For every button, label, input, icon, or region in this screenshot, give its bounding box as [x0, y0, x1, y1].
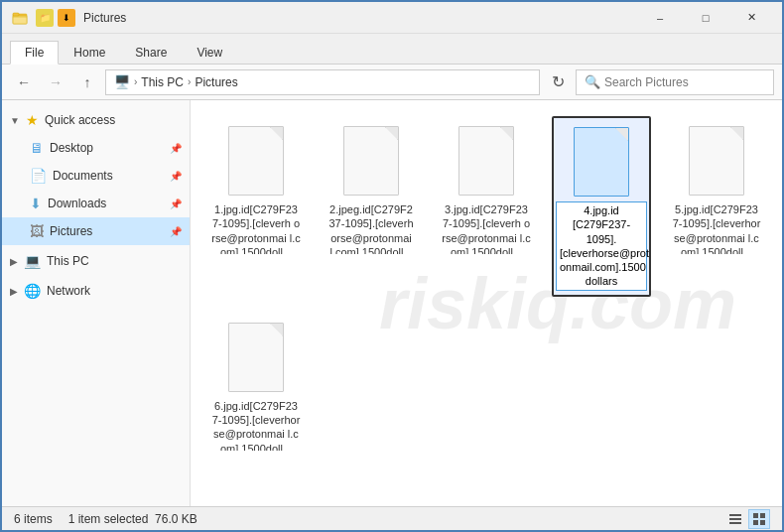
file-label-4-rename: 4.jpg.id [C279F237-1095].[cleverhorse@pr…	[556, 201, 647, 291]
file-label-5: 5.jpg.id[C279F23 7-1095].[cleverhorse@pr…	[672, 202, 761, 254]
chevron-thispc-icon: ▶	[10, 256, 18, 267]
tab-share[interactable]: Share	[120, 41, 182, 64]
file-item-6[interactable]: 6.jpg.id[C279F23 7-1095].[cleverhorse@pr…	[206, 313, 306, 456]
file-item-4[interactable]: 4.jpg.id [C279F237-1095].[cleverhorse@pr…	[552, 116, 651, 297]
file-label-3: 3.jpg.id[C279F23 7-1095].[cleverh orse@p…	[442, 202, 531, 254]
file-icon-1	[222, 121, 290, 200]
sidebar-section-network: ▶ 🌐 Network	[2, 277, 190, 305]
window-icon	[10, 8, 30, 28]
tab-file[interactable]: File	[10, 41, 59, 65]
main-area: ▼ ★ Quick access 🖥 Desktop 📌 📄 Documents…	[2, 100, 782, 506]
network-icon: 🌐	[24, 283, 41, 299]
file-item-1[interactable]: 1.jpg.id[C279F23 7-1095].[cleverh orse@p…	[206, 116, 306, 297]
sidebar-item-desktop[interactable]: 🖥 Desktop 📌	[2, 134, 190, 162]
view-controls	[724, 509, 770, 529]
file-label-1: 1.jpg.id[C279F23 7-1095].[cleverh orse@p…	[211, 202, 301, 254]
quick-access-toolbar: 📁 ⬇	[36, 9, 75, 27]
grid-view-button[interactable]	[748, 509, 770, 529]
sidebar-item-documents[interactable]: 📄 Documents 📌	[2, 162, 190, 190]
file-icon-3	[453, 121, 520, 200]
tab-home[interactable]: Home	[59, 41, 120, 64]
status-item-count: 6 items	[14, 512, 53, 526]
ribbon: File Home Share View	[2, 34, 782, 65]
file-item-3[interactable]: 3.jpg.id[C279F23 7-1095].[cleverh orse@p…	[437, 116, 536, 297]
qa-btn-1[interactable]: 📁	[36, 9, 54, 27]
sidebar-network-label: Network	[47, 284, 90, 298]
file-icon-5	[683, 121, 750, 200]
search-input[interactable]	[604, 75, 765, 89]
svg-rect-7	[760, 513, 765, 518]
file-explorer-window: 📁 ⬇ Pictures – □ ✕ File Home Share View …	[0, 0, 784, 532]
sidebar-item-downloads[interactable]: ⬇ Downloads 📌	[2, 190, 190, 217]
sidebar-item-documents-label: Documents	[53, 169, 113, 183]
pin-icon-down: 📌	[170, 199, 182, 209]
sidebar-header-quick-access[interactable]: ▼ ★ Quick access	[2, 106, 190, 134]
sidebar-item-downloads-label: Downloads	[48, 197, 106, 210]
file-area: riskiq.com 1.jpg.id[C279F23 7-1095].[cle…	[191, 100, 782, 506]
path-pictures[interactable]: Pictures	[195, 75, 237, 89]
chevron-network-icon: ▶	[10, 286, 18, 297]
tab-view[interactable]: View	[182, 41, 237, 64]
thispc-icon: 💻	[24, 253, 41, 269]
file-grid: 1.jpg.id[C279F23 7-1095].[cleverh orse@p…	[206, 116, 766, 456]
pin-icon: 📌	[170, 143, 182, 154]
status-selected: 1 item selected 76.0 KB	[68, 512, 197, 526]
chevron-icon: ▼	[10, 115, 20, 126]
sidebar-item-desktop-label: Desktop	[50, 141, 93, 155]
search-box: 🔍	[576, 69, 774, 95]
file-item-2[interactable]: 2.jpeg.id[C279F2 37-1095].[cleverh orse@…	[322, 116, 421, 297]
sidebar-item-pictures[interactable]: 🖼 Pictures 📌	[2, 217, 190, 245]
sidebar-thispc-label: This PC	[47, 254, 89, 268]
sidebar-item-pictures-label: Pictures	[50, 224, 92, 238]
maximize-button[interactable]: □	[683, 2, 728, 34]
sidebar-header-network[interactable]: ▶ 🌐 Network	[2, 277, 190, 305]
minimize-button[interactable]: –	[637, 2, 683, 34]
file-label-6: 6.jpg.id[C279F23 7-1095].[cleverhorse@pr…	[211, 399, 301, 451]
path-folder-icon: 🖥️	[114, 74, 130, 89]
file-icon-2	[337, 121, 405, 200]
title-bar: 📁 ⬇ Pictures – □ ✕	[2, 2, 782, 34]
window-controls: – □ ✕	[637, 2, 774, 34]
desktop-icon: 🖥	[30, 140, 44, 156]
qa-btn-2[interactable]: ⬇	[58, 9, 75, 27]
file-icon-6	[222, 318, 290, 397]
address-bar: ← → ↑ 🖥️ › This PC › Pictures ↻ 🔍	[2, 65, 782, 100]
close-button[interactable]: ✕	[728, 2, 774, 34]
documents-icon: 📄	[30, 168, 47, 184]
svg-rect-8	[753, 520, 758, 525]
refresh-button[interactable]: ↻	[544, 68, 572, 96]
pin-icon-pics: 📌	[170, 226, 182, 237]
file-item-5[interactable]: 5.jpg.id[C279F23 7-1095].[cleverhorse@pr…	[667, 116, 766, 297]
pictures-icon: 🖼	[30, 223, 44, 239]
svg-rect-5	[729, 522, 741, 524]
sidebar-section-quick-access: ▼ ★ Quick access 🖥 Desktop 📌 📄 Documents…	[2, 106, 190, 245]
list-view-button[interactable]	[724, 509, 746, 529]
path-this-pc[interactable]: This PC	[141, 75, 184, 89]
back-button[interactable]: ←	[10, 68, 38, 96]
address-path[interactable]: 🖥️ › This PC › Pictures	[105, 69, 540, 95]
sidebar: ▼ ★ Quick access 🖥 Desktop 📌 📄 Documents…	[2, 100, 191, 506]
title-bar-text: Pictures	[79, 11, 637, 25]
svg-rect-6	[753, 513, 758, 518]
ribbon-tabs: File Home Share View	[2, 34, 782, 64]
sidebar-header-thispc[interactable]: ▶ 💻 This PC	[2, 247, 190, 275]
sidebar-section-thispc: ▶ 💻 This PC	[2, 247, 190, 275]
svg-rect-3	[729, 514, 741, 516]
status-bar: 6 items 1 item selected 76.0 KB	[2, 506, 782, 530]
pin-icon-docs: 📌	[170, 171, 182, 182]
star-icon: ★	[26, 112, 39, 128]
file-label-2: 2.jpeg.id[C279F2 37-1095].[cleverh orse@…	[327, 202, 416, 254]
sidebar-item-label: Quick access	[45, 113, 115, 127]
svg-rect-2	[13, 13, 19, 16]
file-icon-4	[568, 122, 635, 201]
up-button[interactable]: ↑	[73, 68, 101, 96]
forward-button[interactable]: →	[42, 68, 69, 96]
svg-rect-4	[729, 518, 741, 520]
svg-rect-9	[760, 520, 765, 525]
downloads-icon: ⬇	[30, 196, 42, 211]
search-icon: 🔍	[585, 74, 600, 89]
